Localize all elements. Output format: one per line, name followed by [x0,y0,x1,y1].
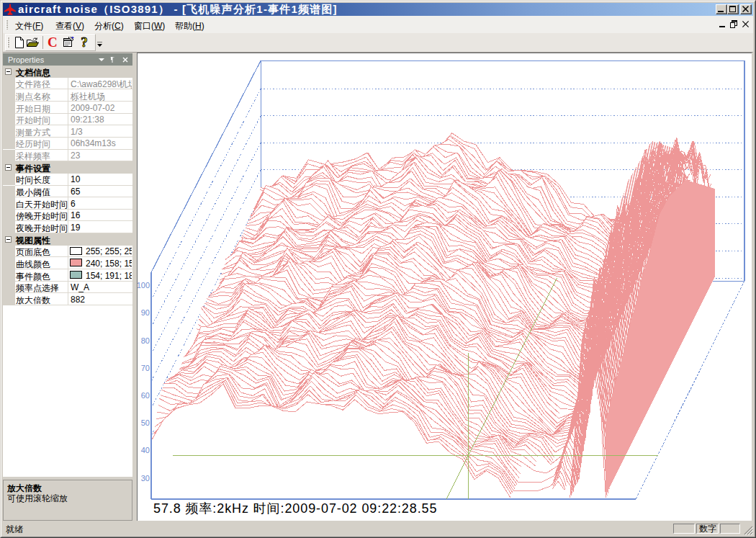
svg-text:60: 60 [141,391,150,400]
svg-text:100: 100 [138,281,150,290]
svg-text:90: 90 [141,308,150,317]
svg-text:50: 50 [141,418,150,427]
svg-text:30: 30 [141,474,150,483]
svg-text:40: 40 [141,446,150,454]
svg-text:?: ? [81,36,88,49]
svg-text:80: 80 [141,336,150,345]
svg-text:70: 70 [141,364,150,372]
